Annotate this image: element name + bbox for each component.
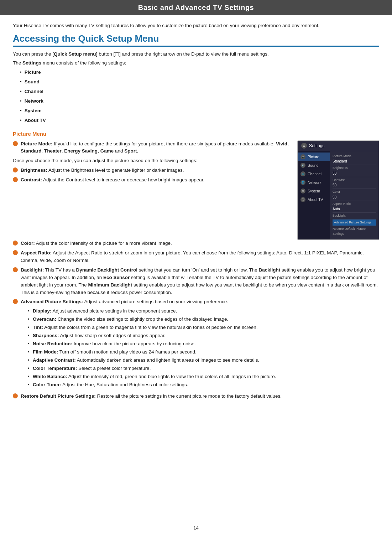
ss-abouttv-icon: ⓘ — [300, 197, 305, 202]
ss-system-icon: ⚙ — [300, 189, 305, 193]
bullet-icon-contrast — [13, 177, 18, 182]
ss-detail-aspectratio: Aspect Ratio Auto — [333, 201, 376, 213]
ss-menu-system[interactable]: ⚙ System — [298, 187, 330, 195]
bullet-icon-aspect-ratio — [13, 250, 18, 255]
bullet-icon-advanced-picture — [13, 299, 18, 304]
settings-screenshot: ⚙ Settings 📷 Picture 🔊 Sound 📺 Channel — [297, 140, 379, 240]
bullet-icon-backlight — [13, 267, 18, 272]
bullet-brightness: Brightness: Adjust the Brightness level … — [13, 167, 290, 174]
menu-item-network: Network — [20, 96, 379, 106]
once-choose-text: Once you choose the mode, you can adjust… — [13, 157, 290, 165]
sub-tint: Tint: Adjust the colors from a green to … — [28, 324, 276, 332]
settings-list-intro: The Settings menu consists of the follow… — [13, 60, 379, 66]
ss-menu-picture[interactable]: 📷 Picture — [298, 153, 330, 161]
bullet-contrast: Contrast: Adjust the Contrast level to i… — [13, 176, 290, 184]
bullet-text-brightness: Brightness: Adjust the Brightness level … — [21, 167, 184, 174]
sub-sharpness: Sharpness: Adjust how sharp or soft edge… — [28, 332, 276, 340]
bullet-text-backlight: Backlight: This TV has a Dynamic Backlig… — [21, 267, 379, 296]
header-title: Basic and Advanced TV Settings — [138, 4, 254, 11]
sub-display: Display: Adjust advanced picture setting… — [28, 307, 276, 315]
ss-channel-icon: 📺 — [300, 171, 305, 176]
menu-item-system: System — [20, 106, 379, 115]
blue-divider — [13, 46, 379, 47]
bullet-text-picture-mode: Picture Mode: If you'd like to configure… — [21, 140, 290, 155]
menu-item-abouttv: About TV — [20, 115, 379, 125]
ss-menu-abouttv[interactable]: ⓘ About TV — [298, 195, 330, 204]
sub-white-balance: White Balance: Adjust the intensity of r… — [28, 373, 276, 381]
ss-detail-color: Color 50 — [333, 189, 376, 201]
ss-details: Picture Mode Standard Brightness 50 Cont… — [330, 151, 379, 240]
sub-film-mode: Film Mode: Turn off smooth motion and pl… — [28, 348, 276, 356]
bullet-picture-mode: Picture Mode: If you'd like to configure… — [13, 140, 290, 155]
page-header: Basic and Advanced TV Settings — [0, 0, 392, 15]
ss-detail-contrast: Contrast 50 — [333, 177, 376, 189]
menu-item-picture: Picture — [20, 67, 379, 77]
ss-detail-advanced: Advanced Picture Settings — [333, 220, 376, 226]
ss-picture-icon: 📷 — [300, 154, 305, 159]
bullet-restore-default: Restore Default Picture Settings: Restor… — [13, 393, 379, 400]
picture-menu-title: Picture Menu — [13, 131, 379, 137]
ss-detail-brightness: Brightness 50 — [333, 165, 376, 177]
ss-body: 📷 Picture 🔊 Sound 📺 Channel 🌐 Network — [298, 151, 379, 240]
menu-item-channel: Channel — [20, 87, 379, 96]
ss-header: ⚙ Settings — [298, 141, 379, 151]
ss-menu: 📷 Picture 🔊 Sound 📺 Channel 🌐 Network — [298, 151, 330, 240]
menu-item-sound: Sound — [20, 77, 379, 87]
bullet-icon-restore-default — [13, 393, 18, 398]
sub-adaptive-contrast: Adaptive Contrast: Automatically darken … — [28, 356, 276, 365]
bullet-text-contrast: Contrast: Adjust the Contrast level to i… — [21, 176, 204, 184]
intro-paragraph: Your Hisense TV comes with many TV setti… — [13, 22, 379, 30]
advanced-sub-list: Display: Adjust advanced picture setting… — [21, 307, 276, 389]
ss-sound-icon: 🔊 — [300, 163, 305, 168]
sub-overscan: Overscan: Change the video size settings… — [28, 315, 276, 324]
ss-header-label: Settings — [309, 143, 324, 148]
ss-network-icon: 🌐 — [300, 180, 305, 185]
bullet-text-color: Color: Adjust the color intensity of the… — [21, 240, 172, 247]
bullet-icon-picture-mode — [13, 141, 18, 146]
sub-color-temperature: Color Temperature: Select a preset color… — [28, 365, 276, 373]
ss-detail-restore: Restore Default Picture Settings — [333, 226, 376, 237]
bullet-text-restore-default: Restore Default Picture Settings: Restor… — [21, 393, 282, 400]
ss-settings-icon: ⚙ — [301, 143, 307, 149]
picture-section-text: Picture Mode: If you'd like to configure… — [13, 140, 290, 186]
ss-menu-channel[interactable]: 📺 Channel — [298, 170, 330, 178]
page-number: 14 — [0, 525, 392, 531]
bullet-backlight: Backlight: This TV has a Dynamic Backlig… — [13, 267, 379, 296]
bullet-text-aspect-ratio: Aspect Ratio: Adjust the Aspect Ratio to… — [21, 249, 379, 264]
ss-detail-picturemode: Picture Mode Standard — [333, 153, 376, 165]
sub-color-tuner: Color Tuner: Adjust the Hue, Saturation … — [28, 381, 276, 389]
bullet-advanced-picture: Advanced Picture Settings: Adjust advanc… — [13, 298, 379, 390]
settings-menu-list: Picture Sound Channel Network System Abo… — [13, 67, 379, 125]
bullet-icon-color — [13, 241, 18, 246]
quick-setup-desc: You can press the [Quick Setup menu] but… — [13, 50, 379, 58]
ss-menu-sound[interactable]: 🔊 Sound — [298, 161, 330, 170]
bullet-aspect-ratio: Aspect Ratio: Adjust the Aspect Ratio to… — [13, 249, 379, 264]
quick-setup-title: Accessing the Quick Setup Menu — [13, 33, 379, 44]
sub-noise-reduction: Noise Reduction: Improve how clear the p… — [28, 340, 276, 348]
bullet-icon-brightness — [13, 167, 18, 172]
ss-menu-network[interactable]: 🌐 Network — [298, 178, 330, 187]
ss-detail-backlight: Backlight — [333, 213, 376, 220]
bullet-text-advanced-picture: Advanced Picture Settings: Adjust advanc… — [21, 298, 276, 390]
bullet-color: Color: Adjust the color intensity of the… — [13, 240, 379, 247]
